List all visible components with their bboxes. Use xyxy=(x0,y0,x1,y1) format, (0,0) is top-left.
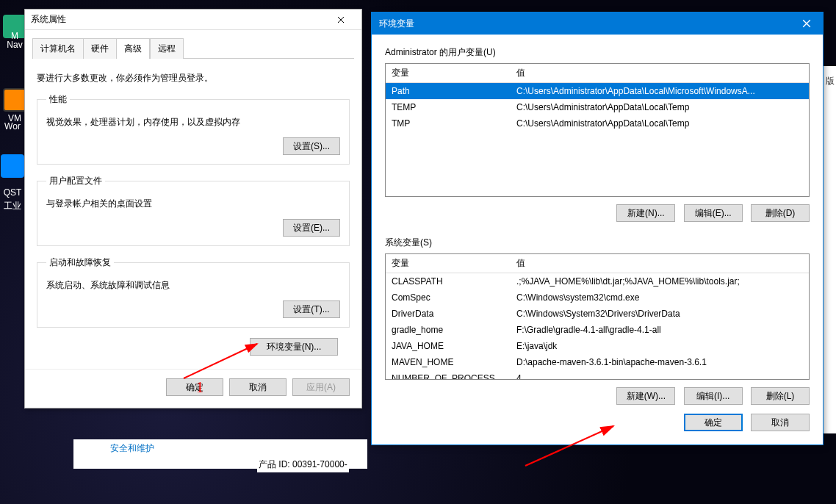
table-row[interactable]: MAVEN_HOMED:\apache-maven-3.6.1-bin\apac… xyxy=(386,354,809,370)
sys-edit-button[interactable]: 编辑(I)... xyxy=(684,387,743,405)
dialog-titlebar[interactable]: 环境变量 xyxy=(372,12,823,35)
user-vars-buttons: 新建(N)... 编辑(E)... 删除(D) xyxy=(385,204,810,222)
right-window-peek: 版 xyxy=(823,66,836,433)
table-row[interactable]: PathC:\Users\Administrator\AppData\Local… xyxy=(386,83,809,99)
var-name: ComSpec xyxy=(386,290,511,305)
var-value: C:\Windows\System32\Drivers\DriverData xyxy=(511,306,809,321)
var-name: CLASSPATH xyxy=(386,274,511,289)
col-value[interactable]: 值 xyxy=(511,254,809,273)
table-row[interactable]: CLASSPATH.;%JAVA_HOME%\lib\dt.jar;%JAVA_… xyxy=(386,273,809,289)
system-properties-dialog: 系统属性 计算机名 硬件 高级 远程 要进行大多数更改，你必须作为管理员登录。 … xyxy=(24,9,362,408)
tab-advanced[interactable]: 高级 xyxy=(116,38,150,59)
col-value[interactable]: 值 xyxy=(511,64,809,82)
var-name: TMP xyxy=(386,116,511,131)
sys-vars-label: 系统变量(S) xyxy=(385,237,810,249)
listview-header[interactable]: 变量 值 xyxy=(386,64,809,83)
close-icon[interactable] xyxy=(790,12,823,35)
tab-hardware[interactable]: 硬件 xyxy=(83,38,117,59)
user-delete-button[interactable]: 删除(D) xyxy=(751,204,810,222)
startup-recovery-group: 启动和故障恢复 系统启动、系统故障和调试信息 设置(T)... xyxy=(37,256,350,328)
var-value: C:\Users\Administrator\AppData\Local\Mic… xyxy=(511,84,809,98)
dialog-title: 环境变量 xyxy=(379,18,790,30)
desktop-icon[interactable]: QST xyxy=(1,187,24,198)
table-row[interactable]: ComSpecC:\Windows\system32\cmd.exe xyxy=(386,289,809,306)
var-name: DriverData xyxy=(386,306,511,321)
table-row[interactable]: JAVA_HOMEE:\java\jdk xyxy=(386,338,809,354)
performance-settings-button[interactable]: 设置(S)... xyxy=(283,137,340,155)
var-name: JAVA_HOME xyxy=(386,339,511,353)
desktop-icon[interactable]: 工业 xyxy=(1,200,24,212)
var-value: C:\Users\Administrator\AppData\Local\Tem… xyxy=(511,116,809,131)
performance-legend: 性能 xyxy=(46,93,70,106)
sys-new-button[interactable]: 新建(W)... xyxy=(616,387,675,405)
admin-hint: 要进行大多数更改，你必须作为管理员登录。 xyxy=(37,72,350,84)
ok-button[interactable]: 确定 xyxy=(684,414,743,431)
cancel-button[interactable]: 取消 xyxy=(229,378,287,396)
tab-bar: 计算机名 硬件 高级 远程 xyxy=(32,37,354,59)
user-vars-label: Administrator 的用户变量(U) xyxy=(385,46,810,59)
desktop-icon[interactable]: Wor xyxy=(1,121,24,132)
sys-vars-buttons: 新建(W)... 编辑(I)... 删除(L) xyxy=(385,387,810,405)
user-profile-legend: 用户配置文件 xyxy=(46,175,105,187)
var-value: E:\java\jdk xyxy=(511,339,809,353)
table-row[interactable]: TMPC:\Users\Administrator\AppData\Local\… xyxy=(386,115,809,132)
var-value: D:\apache-maven-3.6.1-bin\apache-maven-3… xyxy=(511,355,809,370)
annotation-number-1: 1 xyxy=(196,379,203,396)
close-icon[interactable] xyxy=(326,11,356,29)
desktop-icon[interactable]: M xyxy=(3,31,26,41)
var-name: MAVEN_HOME xyxy=(386,355,511,370)
listview-header[interactable]: 变量 值 xyxy=(386,254,809,273)
performance-desc: 视觉效果，处理器计划，内存使用，以及虚拟内存 xyxy=(46,116,340,129)
startup-desc: 系统启动、系统故障和调试信息 xyxy=(46,279,340,292)
var-name: gradle_home xyxy=(386,323,511,337)
col-variable[interactable]: 变量 xyxy=(386,64,511,82)
user-new-button[interactable]: 新建(N)... xyxy=(616,204,675,222)
cancel-button[interactable]: 取消 xyxy=(751,414,810,431)
performance-group: 性能 视觉效果，处理器计划，内存使用，以及虚拟内存 设置(S)... xyxy=(37,93,350,165)
startup-legend: 启动和故障恢复 xyxy=(46,256,114,269)
var-value: C:\Users\Administrator\AppData\Local\Tem… xyxy=(511,100,809,115)
var-name: Path xyxy=(386,84,511,98)
table-row[interactable]: gradle_homeF:\Gradle\gradle-4.1-all\grad… xyxy=(386,322,809,338)
desktop-icon[interactable]: VM xyxy=(3,88,26,123)
environment-variables-button[interactable]: 环境变量(N)... xyxy=(250,338,338,356)
var-value: C:\Windows\system32\cmd.exe xyxy=(511,290,809,305)
user-edit-button[interactable]: 编辑(E)... xyxy=(684,204,743,222)
tab-computer-name[interactable]: 计算机名 xyxy=(32,38,84,59)
sys-delete-button[interactable]: 删除(L) xyxy=(751,387,810,405)
dialog-title: 系统属性 xyxy=(31,13,326,26)
environment-variables-dialog: 环境变量 Administrator 的用户变量(U) 变量 值 PathC:\… xyxy=(371,12,824,445)
table-row[interactable]: DriverDataC:\Windows\System32\Drivers\Dr… xyxy=(386,306,809,322)
user-profile-settings-button[interactable]: 设置(E)... xyxy=(283,219,340,237)
startup-settings-button[interactable]: 设置(T)... xyxy=(283,300,340,318)
var-name: NUMBER_OF_PROCESSORS xyxy=(386,371,511,380)
var-name: TEMP xyxy=(386,100,511,115)
table-row[interactable]: NUMBER_OF_PROCESSORS4 xyxy=(386,370,809,380)
tab-remote[interactable]: 远程 xyxy=(150,38,184,59)
var-value: 4 xyxy=(511,371,809,380)
var-value: .;%JAVA_HOME%\lib\dt.jar;%JAVA_HOME%\lib… xyxy=(511,274,809,289)
table-row[interactable]: TEMPC:\Users\Administrator\AppData\Local… xyxy=(386,99,809,115)
product-id-text: 产品 ID: 00391-70000- xyxy=(257,457,349,472)
col-variable[interactable]: 变量 xyxy=(386,254,511,273)
user-profile-group: 用户配置文件 与登录帐户相关的桌面设置 设置(E)... xyxy=(37,175,350,246)
tab-panel-advanced: 要进行大多数更改，你必须作为管理员登录。 性能 视觉效果，处理器计划，内存使用，… xyxy=(25,59,361,369)
ok-button[interactable]: 确定 xyxy=(166,378,223,396)
user-profile-desc: 与登录帐户相关的桌面设置 xyxy=(46,198,340,210)
dialog-footer: 确定 取消 应用(A) xyxy=(25,369,361,408)
apply-button[interactable]: 应用(A) xyxy=(292,378,350,396)
var-value: F:\Gradle\gradle-4.1-all\gradle-4.1-all xyxy=(511,323,809,337)
dialog-footer: 确定 取消 xyxy=(385,414,810,431)
desktop-icon[interactable] xyxy=(1,154,24,179)
user-vars-listview[interactable]: 变量 值 PathC:\Users\Administrator\AppData\… xyxy=(385,63,810,197)
sys-vars-listview[interactable]: 变量 值 CLASSPATH.;%JAVA_HOME%\lib\dt.jar;%… xyxy=(385,253,810,380)
dialog-titlebar[interactable]: 系统属性 xyxy=(25,10,361,30)
